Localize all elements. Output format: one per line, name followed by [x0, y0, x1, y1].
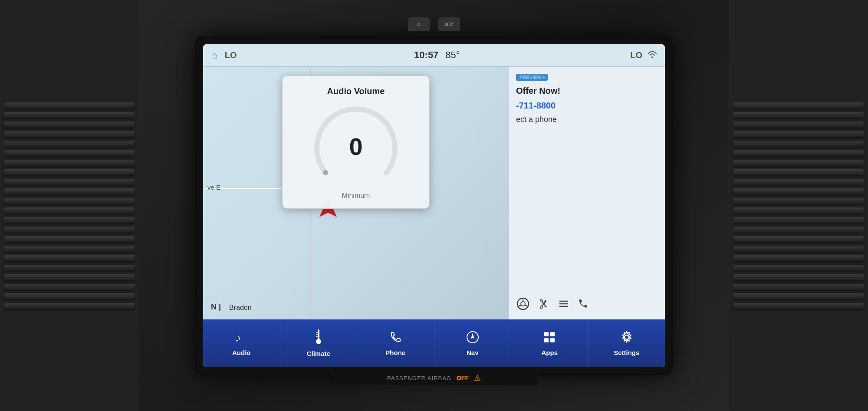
svg-rect-15	[316, 332, 318, 333]
svg-rect-20	[544, 338, 549, 342]
svg-text:♪: ♪	[235, 331, 241, 344]
svg-marker-17	[471, 333, 474, 339]
top-buttons: ⚠ 360°	[408, 17, 460, 31]
warning-button[interactable]: ⚠	[408, 17, 430, 31]
svg-rect-21	[550, 338, 555, 342]
status-lo-left: LO	[225, 50, 237, 60]
settings-icon	[620, 330, 634, 346]
audio-volume-overlay: Audio Volume 0 Minimum	[282, 76, 430, 209]
car-surround: ⚠ 360° ⌂ LO 10:57 85° LO	[0, 0, 868, 411]
airbag-label: PASSENGER AIRBAG	[387, 375, 451, 381]
airbag-status: OFF	[457, 375, 469, 381]
audio-volume-dial[interactable]: 0	[312, 103, 399, 190]
status-lo-right: LO	[630, 50, 642, 60]
vent-left	[0, 0, 139, 411]
main-content: N | Braden ve E Audio Volume	[203, 67, 665, 319]
svg-rect-14	[316, 336, 318, 337]
status-bar: ⌂ LO 10:57 85° LO	[203, 44, 665, 67]
status-right: LO	[630, 50, 657, 60]
nav-item-climate[interactable]: Climate	[280, 319, 358, 367]
fan-icon	[537, 297, 551, 313]
warning-icon: ⚠	[417, 22, 421, 27]
nav-item-nav[interactable]: Nav	[434, 319, 512, 367]
vent-right	[729, 0, 868, 411]
svg-rect-19	[550, 332, 555, 336]
audio-volume-title: Audio Volume	[327, 86, 385, 96]
svg-line-5	[525, 305, 528, 306]
nav-item-audio[interactable]: ♪ Audio	[203, 319, 280, 367]
apps-label: Apps	[542, 349, 558, 356]
home-icon[interactable]: ⌂	[211, 49, 218, 62]
settings-label: Settings	[614, 349, 639, 356]
nav-item-settings[interactable]: Settings	[589, 319, 665, 367]
wifi-icon	[648, 50, 657, 60]
camera-label: 360°	[444, 22, 454, 27]
audio-icon: ♪	[234, 330, 248, 346]
offer-text: Offer Now!	[516, 85, 658, 96]
status-temperature: 85°	[445, 49, 460, 61]
svg-rect-11	[318, 329, 319, 340]
svg-point-6	[542, 302, 545, 305]
phone-icon-right	[577, 298, 589, 312]
audio-volume-minimum: Minimum	[342, 192, 370, 200]
status-time: 10:57	[414, 49, 438, 61]
climate-icon	[313, 329, 324, 347]
nav-item-apps[interactable]: Apps	[511, 319, 589, 367]
screen: ⌂ LO 10:57 85° LO	[203, 44, 665, 367]
screen-bezel: ⌂ LO 10:57 85° LO	[195, 36, 673, 375]
offer-phone: -711-8800	[516, 101, 658, 111]
camera-button[interactable]: 360°	[438, 17, 460, 31]
phone-label: Phone	[385, 349, 405, 356]
svg-point-22	[625, 335, 629, 339]
preview-badge: PREVIEW+	[516, 73, 658, 81]
nav-item-phone[interactable]: Phone	[357, 319, 434, 367]
connect-text: ect a phone	[516, 115, 658, 124]
climate-label: Climate	[307, 350, 330, 357]
bottom-nav: ♪ Audio	[203, 319, 665, 367]
nav-label: Nav	[467, 349, 479, 356]
svg-line-4	[518, 305, 521, 306]
apps-icon	[542, 330, 556, 346]
airbag-bar: PASSENGER AIRBAG OFF ⚠	[330, 371, 538, 385]
nav-map[interactable]: N | Braden ve E Audio Volume	[203, 67, 509, 319]
map-compass: N |	[211, 302, 221, 312]
map-street-label: Braden	[229, 304, 252, 312]
phone-nav-icon	[388, 330, 402, 346]
svg-point-2	[521, 302, 525, 306]
svg-point-12	[316, 339, 321, 344]
airbag-icon: ⚠	[474, 373, 481, 383]
right-icons	[516, 297, 658, 313]
steering-wheel-icon	[516, 297, 530, 313]
nav-icon	[466, 330, 480, 346]
svg-rect-18	[544, 332, 549, 336]
map-avenue-label: ve E	[207, 184, 220, 191]
audio-volume-value: 0	[349, 132, 362, 161]
list-icon	[558, 298, 570, 312]
svg-rect-13	[316, 334, 318, 335]
right-panel: PREVIEW+ Offer Now! -711-8800 ect a phon…	[509, 67, 665, 319]
audio-label: Audio	[232, 349, 251, 356]
